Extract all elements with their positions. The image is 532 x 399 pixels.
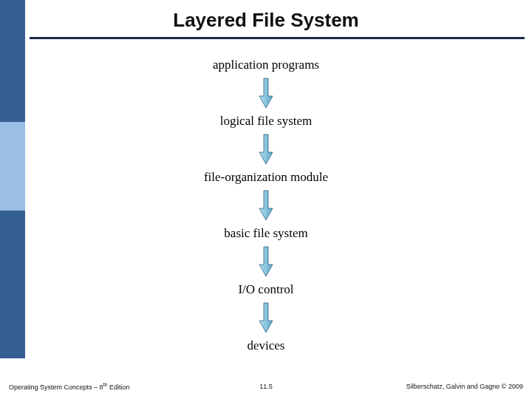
title-rule [30, 37, 525, 39]
footer-left-prefix: Operating System Concepts – 8 [9, 383, 103, 391]
layer-i-o-control: I/O control [238, 282, 293, 297]
down-arrow-icon [258, 189, 274, 222]
footer-left-suffix: Edition [107, 383, 129, 391]
footer-right: Silberschatz, Galvin and Gagne © 2009 [406, 383, 523, 390]
footer-center: 11.5 [259, 383, 273, 390]
down-arrow-icon [258, 77, 274, 109]
slide-title: Layered File System [0, 9, 532, 32]
layer-logical-file-system: logical file system [220, 114, 313, 129]
slide: Layered File System application programs… [0, 0, 532, 399]
down-arrow-icon [258, 301, 274, 334]
layer-basic-file-system: basic file system [224, 226, 307, 241]
footer-left: Operating System Concepts – 8th Edition [9, 382, 129, 391]
layer-application-programs: application programs [213, 58, 319, 72]
footer: Operating System Concepts – 8th Edition … [0, 380, 532, 393]
down-arrow-icon [258, 245, 274, 278]
layered-diagram: application programs logical file system… [0, 58, 532, 355]
layer-devices: devices [248, 338, 285, 353]
down-arrow-icon [258, 133, 274, 166]
layer-file-organization-module: file-organization module [204, 170, 328, 185]
